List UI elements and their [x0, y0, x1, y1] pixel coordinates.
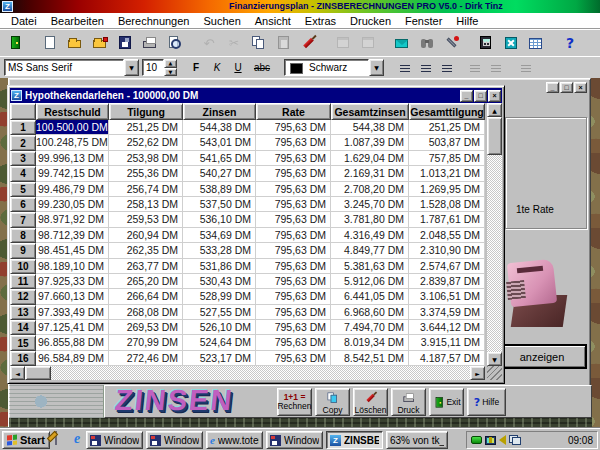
cell-gesamttilgung[interactable]: 1.528,08 DM: [409, 197, 485, 212]
cell-restschuld[interactable]: 100.500,00 DM: [36, 120, 109, 135]
cell-gesamtzinsen[interactable]: 4.316,49 DM: [331, 228, 409, 243]
task-windows-1[interactable]: Windows C...: [86, 431, 143, 449]
cell-zinsen[interactable]: 531,86 DM: [183, 259, 256, 274]
cell-gesamtzinsen[interactable]: 6.441,05 DM: [331, 289, 409, 304]
horizontal-scrollbar[interactable]: ◄ ►: [10, 366, 485, 380]
column-header-zinsen[interactable]: Zinsen: [183, 103, 256, 120]
cell-gesamttilgung[interactable]: 3.106,51 DM: [409, 289, 485, 304]
cell-gesamttilgung[interactable]: 1.269,95 DM: [409, 182, 485, 197]
cell-gesamttilgung[interactable]: 503,87 DM: [409, 135, 485, 150]
cell-restschuld[interactable]: 96.855,88 DM: [36, 335, 109, 350]
row-number[interactable]: 10: [10, 259, 36, 274]
row-number[interactable]: 9: [10, 243, 36, 258]
cell-rate[interactable]: 795,63 DM: [256, 289, 331, 304]
menu-item[interactable]: Berechnungen: [111, 14, 197, 28]
menu-item[interactable]: Extras: [298, 14, 343, 28]
task-zinsberechnungen[interactable]: Z ZINSBE...: [326, 431, 383, 449]
cell-tilgung[interactable]: 258,13 DM: [109, 197, 183, 212]
doc-maximize-button[interactable]: □: [474, 90, 487, 102]
cell-restschuld[interactable]: 97.660,13 DM: [36, 289, 109, 304]
print-button[interactable]: [138, 32, 162, 54]
vertical-scrollbar[interactable]: ▲ ▼: [487, 103, 502, 366]
cell-gesamttilgung[interactable]: 3.644,12 DM: [409, 320, 485, 335]
cell-zinsen[interactable]: 528,99 DM: [183, 289, 256, 304]
cell-gesamttilgung[interactable]: 2.310,90 DM: [409, 243, 485, 258]
task-browser[interactable]: e www.toten...: [206, 431, 263, 449]
cell-gesamtzinsen[interactable]: 7.494,70 DM: [331, 320, 409, 335]
underline-button[interactable]: U: [229, 59, 247, 76]
cell-restschuld[interactable]: 96.584,89 DM: [36, 351, 109, 366]
column-header-gesamtzinsen[interactable]: Gesamtzinsen: [331, 103, 409, 120]
cell-rate[interactable]: 795,63 DM: [256, 274, 331, 289]
menu-item[interactable]: Suchen: [196, 14, 247, 28]
menu-item[interactable]: Ansicht: [248, 14, 298, 28]
cell-gesamttilgung[interactable]: 3.374,59 DM: [409, 305, 485, 320]
cell-rate[interactable]: 795,63 DM: [256, 228, 331, 243]
cell-zinsen[interactable]: 527,55 DM: [183, 305, 256, 320]
cell-tilgung[interactable]: 272,46 DM: [109, 351, 183, 366]
cell-gesamttilgung[interactable]: 3.915,11 DM: [409, 335, 485, 350]
cell-zinsen[interactable]: 543,01 DM: [183, 135, 256, 150]
cell-restschuld[interactable]: 100.248,75 DM: [36, 135, 109, 150]
cell-restschuld[interactable]: 99.486,79 DM: [36, 182, 109, 197]
cell-restschuld[interactable]: 98.712,39 DM: [36, 228, 109, 243]
menu-item[interactable]: Hilfe: [449, 14, 485, 28]
cell-gesamttilgung[interactable]: 757,85 DM: [409, 151, 485, 166]
cell-tilgung[interactable]: 253,98 DM: [109, 151, 183, 166]
scroll-right-icon[interactable]: ►: [470, 366, 485, 380]
column-header-restschuld[interactable]: Restschuld: [36, 103, 109, 120]
cell-rate[interactable]: 795,63 DM: [256, 182, 331, 197]
cell-rate[interactable]: 795,63 DM: [256, 166, 331, 181]
doc-close-button[interactable]: ×: [488, 90, 501, 102]
row-number[interactable]: 2: [10, 135, 36, 150]
cell-gesamtzinsen[interactable]: 6.968,60 DM: [331, 305, 409, 320]
cell-restschuld[interactable]: 98.971,92 DM: [36, 212, 109, 227]
cell-rate[interactable]: 795,63 DM: [256, 197, 331, 212]
color-dropdown-button[interactable]: ▼: [369, 59, 384, 76]
row-number[interactable]: 4: [10, 166, 36, 181]
cell-rate[interactable]: 795,63 DM: [256, 305, 331, 320]
cell-gesamtzinsen[interactable]: 3.245,70 DM: [331, 197, 409, 212]
save-as-button[interactable]: [88, 32, 112, 54]
cell-tilgung[interactable]: 255,36 DM: [109, 166, 183, 181]
cell-gesamtzinsen[interactable]: 5.381,63 DM: [331, 259, 409, 274]
bold-button[interactable]: F: [187, 59, 205, 76]
cell-gesamtzinsen[interactable]: 4.849,77 DM: [331, 243, 409, 258]
new-file-button[interactable]: [38, 32, 62, 54]
cell-zinsen[interactable]: 538,89 DM: [183, 182, 256, 197]
cell-tilgung[interactable]: 252,62 DM: [109, 135, 183, 150]
cell-tilgung[interactable]: 260,94 DM: [109, 228, 183, 243]
row-number[interactable]: 3: [10, 151, 36, 166]
cell-restschuld[interactable]: 97.393,49 DM: [36, 305, 109, 320]
column-header-rate[interactable]: Rate: [256, 103, 331, 120]
hilfe-button[interactable]: ? Hilfe: [467, 388, 506, 416]
cell-tilgung[interactable]: 262,35 DM: [109, 243, 183, 258]
status-led-icon[interactable]: [471, 436, 482, 444]
cell-zinsen[interactable]: 524,64 DM: [183, 335, 256, 350]
strikethrough-button[interactable]: abc: [250, 59, 274, 76]
menu-item[interactable]: Fenster: [398, 14, 449, 28]
row-number[interactable]: 5: [10, 182, 36, 197]
row-number[interactable]: 1: [10, 120, 36, 135]
erase-button[interactable]: [297, 32, 321, 54]
menu-item[interactable]: Drucken: [343, 14, 398, 28]
cell-zinsen[interactable]: 537,50 DM: [183, 197, 256, 212]
cell-gesamttilgung[interactable]: 2.574,67 DM: [409, 259, 485, 274]
font-color-combo[interactable]: Schwarz ▼: [284, 59, 384, 76]
cell-tilgung[interactable]: 263,77 DM: [109, 259, 183, 274]
scroll-left-icon[interactable]: ◄: [10, 366, 25, 380]
settings-button[interactable]: [440, 32, 464, 54]
copy-action-button[interactable]: Copy: [315, 388, 350, 416]
cell-gesamtzinsen[interactable]: 5.912,06 DM: [331, 274, 409, 289]
doc-minimize-button[interactable]: _: [460, 90, 473, 102]
cell-tilgung[interactable]: 269,53 DM: [109, 320, 183, 335]
cell-restschuld[interactable]: 98.189,10 DM: [36, 259, 109, 274]
column-header-gesamttilgung[interactable]: Gesamttilgung: [409, 103, 485, 120]
app-titlebar[interactable]: Z Finanzierungsplan - ZINSBERECHNUNGEN P…: [0, 0, 600, 13]
column-header-tilgung[interactable]: Tilgung: [109, 103, 183, 120]
speaker-icon[interactable]: [499, 435, 506, 445]
cell-restschuld[interactable]: 99.230,05 DM: [36, 197, 109, 212]
scroll-down-icon[interactable]: ▼: [487, 352, 502, 366]
save-button[interactable]: [113, 32, 137, 54]
cell-zinsen[interactable]: 541,65 DM: [183, 151, 256, 166]
